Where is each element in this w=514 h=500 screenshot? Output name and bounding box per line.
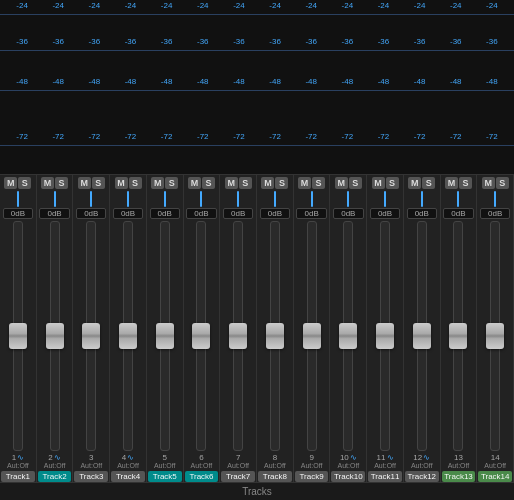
db-line-72: -72 -72 -72 -72 -72 -72 -72 -72 -72 -72 …	[0, 145, 514, 146]
mute-button-12[interactable]: M	[408, 177, 421, 189]
channel-num-row: 6	[199, 453, 203, 462]
db-readout-9: 0dB	[296, 208, 326, 219]
channel-num-row: 4∿	[122, 453, 134, 462]
footer: Tracks	[0, 482, 514, 500]
db-label: -24	[44, 1, 72, 10]
channel-number: 13	[454, 453, 463, 462]
autoff-label: Aut:Off	[301, 462, 323, 469]
fader-thumb-2[interactable]	[46, 323, 64, 349]
db-label: -36	[369, 37, 397, 46]
channel-num-row: 14	[491, 453, 500, 462]
fader-track-2[interactable]	[50, 221, 60, 451]
fader-thumb-9[interactable]	[303, 323, 321, 349]
solo-button-1[interactable]: S	[18, 177, 31, 189]
track-label-9: Track9	[295, 471, 329, 482]
mute-button-3[interactable]: M	[78, 177, 91, 189]
vu-meter-area: -24 -24 -24 -24 -24 -24 -24 -24 -24 -24 …	[0, 0, 514, 175]
db-label: -48	[153, 77, 181, 86]
solo-button-11[interactable]: S	[386, 177, 399, 189]
mute-button-7[interactable]: M	[225, 177, 238, 189]
db-label: -72	[8, 132, 36, 141]
fader-thumb-5[interactable]	[156, 323, 174, 349]
mute-button-14[interactable]: M	[482, 177, 495, 189]
autoff-label: Aut:Off	[484, 462, 506, 469]
db-label: -24	[116, 1, 144, 10]
solo-button-13[interactable]: S	[459, 177, 472, 189]
mute-button-2[interactable]: M	[41, 177, 54, 189]
solo-button-6[interactable]: S	[202, 177, 215, 189]
fader-track-12[interactable]	[417, 221, 427, 451]
solo-button-2[interactable]: S	[55, 177, 68, 189]
mute-button-11[interactable]: M	[372, 177, 385, 189]
ms-row: MS	[478, 177, 512, 189]
ms-row: MS	[148, 177, 182, 189]
db-label: -48	[8, 77, 36, 86]
fader-track-5[interactable]	[160, 221, 170, 451]
solo-button-10[interactable]: S	[349, 177, 362, 189]
mute-button-6[interactable]: M	[188, 177, 201, 189]
channel-6: MS0dB6Aut:OffTrack6	[184, 175, 221, 482]
solo-button-3[interactable]: S	[92, 177, 105, 189]
fader-track-1[interactable]	[13, 221, 23, 451]
fader-thumb-10[interactable]	[339, 323, 357, 349]
channel-number: 5	[163, 453, 167, 462]
mute-button-1[interactable]: M	[4, 177, 17, 189]
db-label: -48	[406, 77, 434, 86]
solo-button-9[interactable]: S	[312, 177, 325, 189]
db-label: -24	[478, 1, 506, 10]
fader-track-13[interactable]	[453, 221, 463, 451]
db-readout-12: 0dB	[407, 208, 437, 219]
fader-thumb-7[interactable]	[229, 323, 247, 349]
solo-button-5[interactable]: S	[165, 177, 178, 189]
channel-num-row: 7	[236, 453, 240, 462]
solo-indicator	[54, 191, 56, 207]
mute-button-5[interactable]: M	[151, 177, 164, 189]
fader-thumb-1[interactable]	[9, 323, 27, 349]
fader-track-8[interactable]	[270, 221, 280, 451]
fader-thumb-14[interactable]	[486, 323, 504, 349]
mute-button-13[interactable]: M	[445, 177, 458, 189]
fader-track-14[interactable]	[490, 221, 500, 451]
fader-track-11[interactable]	[380, 221, 390, 451]
fader-thumb-4[interactable]	[119, 323, 137, 349]
db-label: -72	[225, 132, 253, 141]
ms-row: MS	[295, 177, 329, 189]
fader-thumb-12[interactable]	[413, 323, 431, 349]
track-label-11: Track11	[368, 471, 402, 482]
solo-button-7[interactable]: S	[239, 177, 252, 189]
solo-button-14[interactable]: S	[496, 177, 509, 189]
fader-thumb-6[interactable]	[192, 323, 210, 349]
fader-track-7[interactable]	[233, 221, 243, 451]
fader-track-10[interactable]	[343, 221, 353, 451]
mute-button-9[interactable]: M	[298, 177, 311, 189]
db-label: -48	[189, 77, 217, 86]
mute-button-8[interactable]: M	[261, 177, 274, 189]
ms-row: MS	[221, 177, 255, 189]
channel-number: 9	[309, 453, 313, 462]
db-label: -24	[8, 1, 36, 10]
fader-track-3[interactable]	[86, 221, 96, 451]
wave-icon: ∿	[127, 453, 134, 462]
fader-track-9[interactable]	[307, 221, 317, 451]
fader-thumb-3[interactable]	[82, 323, 100, 349]
solo-button-8[interactable]: S	[275, 177, 288, 189]
channel-number: 11	[377, 453, 386, 462]
channel-4: MS0dB4∿Aut:OffTrack4	[110, 175, 147, 482]
fader-thumb-13[interactable]	[449, 323, 467, 349]
db-readout-5: 0dB	[150, 208, 180, 219]
mute-button-4[interactable]: M	[115, 177, 128, 189]
db-label: -36	[44, 37, 72, 46]
db-label: -72	[153, 132, 181, 141]
fader-track-4[interactable]	[123, 221, 133, 451]
mute-button-10[interactable]: M	[335, 177, 348, 189]
solo-indicator	[164, 191, 166, 207]
solo-button-4[interactable]: S	[129, 177, 142, 189]
fader-track-6[interactable]	[196, 221, 206, 451]
db-label: -48	[261, 77, 289, 86]
fader-thumb-8[interactable]	[266, 323, 284, 349]
solo-button-12[interactable]: S	[422, 177, 435, 189]
fader-thumb-11[interactable]	[376, 323, 394, 349]
solo-indicator	[311, 191, 313, 207]
db-label: -48	[225, 77, 253, 86]
db-line-36: -36 -36 -36 -36 -36 -36 -36 -36 -36 -36 …	[0, 50, 514, 51]
